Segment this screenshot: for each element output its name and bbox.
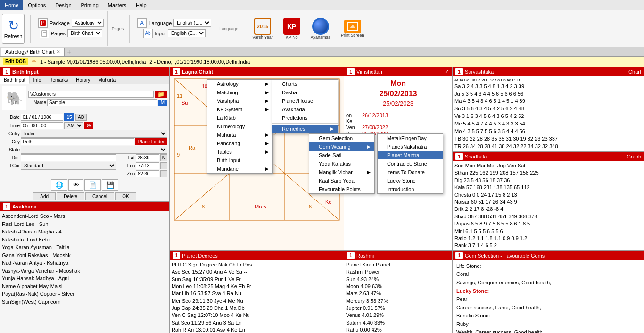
ad-button[interactable]: AD xyxy=(75,114,87,121)
kp-button[interactable]: KP KP No xyxy=(279,16,305,42)
rem-gem-selection[interactable]: Gem Selection xyxy=(309,134,374,142)
country-select[interactable]: India xyxy=(21,130,167,138)
gem-wearing-submenu[interactable]: Metal/Finger/Day Planet/Nakshatra Planet… xyxy=(377,133,443,194)
menu-birth-input[interactable]: Birth Input xyxy=(207,156,272,165)
menu-astrology[interactable]: Astrology ▶ xyxy=(207,80,272,88)
menu-matching[interactable]: Matching ▶ xyxy=(207,88,272,97)
rem-kaal-sarp[interactable]: Kaal Sarp Yoga xyxy=(309,176,374,185)
tab-muhurta[interactable]: Muhurta xyxy=(94,76,119,84)
file-button[interactable]: 📄 xyxy=(84,179,101,191)
save-button[interactable]: 💾 xyxy=(102,179,118,191)
lat-input[interactable] xyxy=(136,154,159,161)
table-row: Mini 6.1 5 5 5 6 5 5 6 xyxy=(454,228,642,235)
menu-numerology[interactable]: Numerology xyxy=(207,122,272,131)
city-row: City Place Finder xyxy=(2,138,167,145)
name-input[interactable] xyxy=(47,99,157,106)
left-panel: 1 Birth Input Birth Input Info Remarks H… xyxy=(0,67,170,333)
submenu-predictions[interactable]: Predictions xyxy=(272,114,338,122)
path-folder-button[interactable]: 📁 xyxy=(155,91,167,98)
rem-yoga-karakas[interactable]: Yoga Karakas xyxy=(309,159,374,168)
submenu-dasha[interactable]: Dasha xyxy=(272,88,338,97)
menu-lalkitab[interactable]: LalKitab xyxy=(207,114,272,122)
ok-button[interactable]: OK xyxy=(115,192,136,200)
vimsh-title: Vimshottari xyxy=(356,69,382,75)
submenu-remedies[interactable]: Remedies ▶ xyxy=(272,125,338,133)
time-clear-button[interactable]: ⊖ xyxy=(84,122,93,129)
pages-select[interactable]: Birth Chart xyxy=(67,29,102,37)
remedies-submenu[interactable]: Gem Selection Gem Wearing ▶ Sade-Sati Yo… xyxy=(309,133,375,194)
submenu-avakhada[interactable]: Avakhada xyxy=(272,105,338,114)
ampm-select[interactable]: AMPM xyxy=(64,122,83,129)
gw-planet-nakshatra[interactable]: Planet/Nakshatra xyxy=(378,142,443,151)
edit-dob-button[interactable]: Edit DOB xyxy=(3,58,28,65)
city-input[interactable] xyxy=(21,138,134,145)
dist-input[interactable] xyxy=(21,154,116,161)
eye-button[interactable]: 👁 xyxy=(68,179,83,191)
lucky-stone-title: Lucky Stone: xyxy=(456,287,640,296)
input-select[interactable]: English (E... xyxy=(168,29,206,37)
list-item: Naksh.-Charan Magha - 4 xyxy=(2,228,167,236)
state-select[interactable] xyxy=(21,146,167,154)
table-row: Kala 57 168 231 138 135 65 112 xyxy=(454,184,642,191)
ayanamsa-button[interactable]: Ayanamsa xyxy=(306,16,335,42)
date-input[interactable] xyxy=(21,114,63,121)
zon-input[interactable] xyxy=(136,170,159,177)
gw-items-to-donate[interactable]: Items To Donate xyxy=(378,168,443,176)
svg-text:P: P xyxy=(41,20,44,25)
menu-kp-system[interactable]: KP System ▶ xyxy=(207,105,272,114)
time-input[interactable] xyxy=(21,122,63,129)
submenu-planet-house[interactable]: Planet/House xyxy=(272,97,338,105)
menu-design[interactable]: Design xyxy=(50,0,76,10)
tab-close-icon[interactable]: ✕ xyxy=(57,50,60,54)
delete-button[interactable]: Delete xyxy=(57,192,84,200)
menu-masters[interactable]: Masters xyxy=(103,0,131,10)
vimsh-entry-3: Ven 27/08/2022 xyxy=(346,125,450,130)
rem-favourable[interactable]: Favourable Points xyxy=(309,185,374,193)
rashmi-panel: 1 Rashmi Planet Kiran Planet Rashmi Powe… xyxy=(344,251,453,333)
menu-printing[interactable]: Printing xyxy=(76,0,103,10)
gw-introduction[interactable]: Introduction xyxy=(378,185,443,193)
menu-varshphal[interactable]: Varshphal ▶ xyxy=(207,97,272,105)
rem-sade-sati[interactable]: Sade-Sati xyxy=(309,151,374,159)
avakhada-header: 1 Avakhada xyxy=(0,202,169,211)
gw-planet-mantra[interactable]: Planet Mantra xyxy=(378,151,443,159)
tab-add-button[interactable]: + xyxy=(66,48,73,56)
menu-home[interactable]: Home xyxy=(0,0,23,10)
year-label: Varsh Year xyxy=(252,35,272,40)
landscape-button[interactable]: Print Screen xyxy=(337,17,369,40)
tab-remarks[interactable]: Remarks xyxy=(45,76,72,84)
menu-options[interactable]: Options xyxy=(23,0,50,10)
rem-gem-wearing[interactable]: Gem Wearing ▶ xyxy=(309,142,374,151)
tab-info[interactable]: Info xyxy=(30,76,46,84)
menu-tables[interactable]: Tables ▶ xyxy=(207,148,272,156)
cancel-button[interactable]: Cancel xyxy=(85,192,114,200)
menu-muhurta[interactable]: Muhurta ▶ xyxy=(207,131,272,139)
language-select[interactable]: English (E... xyxy=(173,19,211,27)
tab-horary[interactable]: Horary xyxy=(72,76,94,84)
varsh-year-button[interactable]: 2015 Varsh Year xyxy=(248,16,277,42)
tab-birth-input[interactable]: Birth Input xyxy=(0,76,30,84)
tcor-select[interactable]: Standard xyxy=(21,162,116,170)
lon-input[interactable] xyxy=(136,162,159,169)
menu-mundane[interactable]: Mundane ▶ xyxy=(207,165,272,173)
rem-manglik[interactable]: Manglik Vichar ▶ xyxy=(309,168,374,176)
refresh-button[interactable]: ↻ Refresh xyxy=(2,14,25,44)
menu-help[interactable]: Help xyxy=(131,0,151,10)
globe-button[interactable]: 🌐 xyxy=(51,179,67,191)
add-button[interactable]: Add xyxy=(33,192,56,200)
package-select[interactable]: Astrology xyxy=(72,19,104,27)
charts-submenu[interactable]: Charts Dasha Planet/House Avakhada Predi… xyxy=(272,79,338,133)
submenu-arrow: ▶ xyxy=(265,82,269,86)
submenu-charts[interactable]: Charts xyxy=(272,80,338,88)
avakhada-content: Ascendent-Lord Sco - Mars Rasi-Lord Leo … xyxy=(0,211,169,307)
gw-lucky-stone[interactable]: Lucky Stone xyxy=(378,176,443,185)
language-section-label: Language xyxy=(217,26,240,31)
teva-menu[interactable]: Astrology ▶ Matching ▶ Varshphal ▶ KP Sy… xyxy=(207,79,273,174)
main-tab[interactable]: Astrology/ Birth Chart ✕ xyxy=(1,48,65,56)
menu-panchang[interactable]: Panchang ▶ xyxy=(207,139,272,148)
path-input[interactable] xyxy=(28,91,154,98)
gw-contradict-stone[interactable]: Contradict. Stone xyxy=(378,159,443,168)
gw-metal-finger-day[interactable]: Metal/Finger/Day xyxy=(378,134,443,142)
place-finder-button[interactable]: Place Finder xyxy=(135,138,167,145)
male-button[interactable]: M xyxy=(158,100,167,106)
